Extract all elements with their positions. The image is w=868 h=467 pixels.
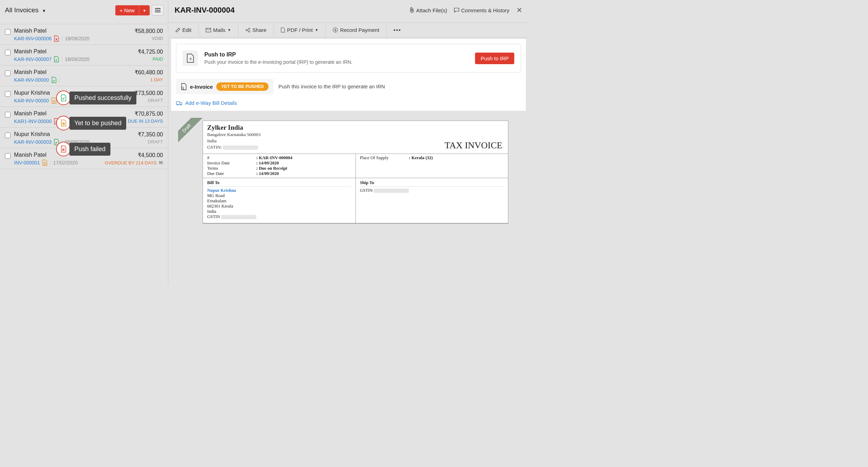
attach-files-button[interactable]: Attach File(s) <box>409 7 447 13</box>
svg-rect-10 <box>176 102 180 104</box>
invoice-row[interactable]: Manish Patel KAR-INV-000007 | 18/09/2020… <box>0 45 168 66</box>
mails-button[interactable]: Mails ▼ <box>199 23 238 37</box>
more-actions-button[interactable]: ••• <box>387 23 408 37</box>
separator: | <box>61 36 63 41</box>
company-name: Zylker India <box>207 124 260 131</box>
invoice-amount: ₹4,725.00 <box>138 48 163 55</box>
invoice-detail-pane: KAR-INV-000004 Attach File(s) Comments &… <box>168 0 529 285</box>
invoice-number-link[interactable]: KAR-INV-00000 <box>14 77 49 83</box>
separator: | <box>59 77 60 83</box>
invoice-amount: ₹7,350.00 <box>138 131 163 138</box>
separator: | <box>61 56 63 62</box>
invoice-status: DUE IN 13 DAYS <box>128 119 163 124</box>
mail-icon <box>206 28 211 32</box>
invoice-number-link[interactable]: INV-000001 <box>14 160 40 165</box>
billto-line: Ernakulam <box>207 198 351 204</box>
pdf-label: PDF / Print <box>287 27 313 33</box>
billto-line: 682301 Kerala <box>207 204 351 209</box>
comments-history-button[interactable]: Comments & History <box>454 7 509 13</box>
legend-success-icon-circle <box>56 90 71 105</box>
invoice-checkbox[interactable] <box>5 91 11 97</box>
billto-gstin-redacted <box>221 215 256 219</box>
shipto-gstin-lbl: GSTIN <box>360 188 373 193</box>
invoice-document: Draft Zylker India Bangalore Karnataka 5… <box>171 121 526 224</box>
invoice-checkbox[interactable] <box>5 153 11 159</box>
invoice-number-link[interactable]: KAR-INV-000003 <box>14 139 52 145</box>
invoice-checkbox[interactable] <box>5 133 11 138</box>
invoice-customer: Manish Patel <box>14 69 131 75</box>
company-addr-2: India <box>207 138 260 144</box>
caret-down-icon: ▼ <box>42 8 46 13</box>
hamburger-menu-button[interactable] <box>152 5 164 15</box>
new-button[interactable]: + New <box>115 5 139 15</box>
share-button[interactable]: Share <box>238 23 274 37</box>
detail-toolbar: Edit Mails ▼ Share PDF / Print <box>168 22 529 38</box>
record-label: Record Payment <box>340 27 379 33</box>
invoice-number-link[interactable]: KAR-INV-000006 <box>14 36 52 41</box>
record-payment-button[interactable]: $ Record Payment <box>326 23 387 37</box>
invoice-filter-dropdown[interactable]: All Invoices ▼ <box>5 6 46 14</box>
invoice-status: DRAFT <box>135 98 163 103</box>
separator: | <box>50 160 51 165</box>
invoice-number-link[interactable]: KAR-INV-00000 <box>14 98 49 103</box>
irp-desc: Push your invoice to the e-Invoicing por… <box>204 59 469 65</box>
caret-down-icon: ▼ <box>315 28 318 32</box>
caret-down-icon: ▼ <box>228 28 231 32</box>
invoice-row[interactable]: Manish Patel KAR-INV-000006 | 18/09/2020… <box>0 24 168 45</box>
meta-hash-val: : KAR-INV-000004 <box>256 155 292 161</box>
invoice-status: PAID <box>138 56 163 62</box>
invoice-number-link[interactable]: KAR1-INV-00000 <box>14 119 52 124</box>
billto-line: MG Road <box>207 193 351 198</box>
meta-pos-val: : Kerala (32) <box>409 155 433 161</box>
invoice-checkbox[interactable] <box>5 29 11 35</box>
share-label: Share <box>252 27 266 33</box>
eway-link-label: Add e-Way Bill Details <box>185 100 237 106</box>
close-button[interactable]: ✕ <box>516 6 522 14</box>
new-button-group: + New ▼ <box>115 5 150 15</box>
company-gstin-label: GSTIN: <box>207 144 222 150</box>
invoice-status: 1 DAY <box>135 77 163 82</box>
legend-success-label: Pushed successfully <box>69 92 136 104</box>
billto-name[interactable]: Nupur Krishna <box>207 188 351 193</box>
invoice-customer: Manish Patel <box>14 28 131 34</box>
shipto-head: Ship To <box>360 180 504 187</box>
edit-button[interactable]: Edit <box>168 23 199 37</box>
invoice-date: 18/09/2020 <box>65 36 89 41</box>
share-icon <box>245 28 250 33</box>
invoice-customer: Nupur Krishna <box>14 131 134 137</box>
invoice-push-status-icon <box>54 35 59 42</box>
new-button-label: New <box>124 7 135 13</box>
legend-yet-to-push: Yet to be pushed <box>56 116 126 130</box>
invoice-customer: Manish Patel <box>14 48 134 55</box>
billto-head: Bill To <box>207 180 351 187</box>
svg-point-5 <box>249 31 250 32</box>
invoice-checkbox[interactable] <box>5 112 11 117</box>
invoice-row[interactable]: Manish Patel KAR-INV-00000 | ₹60,480.00 … <box>0 66 168 86</box>
mail-icon: ✉ <box>159 160 163 165</box>
caret-down-icon: ▼ <box>143 9 146 13</box>
paperclip-icon <box>409 7 414 13</box>
meta-pos-lbl: Place Of Supply <box>360 155 409 161</box>
add-eway-bill-link[interactable]: Add e-Way Bill Details <box>176 100 521 106</box>
meta-duedate-val: : 14/09/2020 <box>256 171 279 176</box>
pdf-print-button[interactable]: PDF / Print ▼ <box>274 23 326 37</box>
invoice-status: OVERDUE BY 214 DAYS✉ <box>105 160 163 165</box>
new-button-dropdown[interactable]: ▼ <box>139 5 150 15</box>
legend-pending-icon-circle <box>56 116 71 130</box>
comments-label: Comments & History <box>461 7 509 13</box>
invoice-checkbox[interactable] <box>5 50 11 55</box>
invoice-number-link[interactable]: KAR-INV-000007 <box>14 56 52 62</box>
tax-invoice-heading: TAX INVOICE <box>445 140 504 151</box>
push-to-irp-button[interactable]: Push to IRP <box>475 53 514 64</box>
plus-icon: + <box>120 7 123 13</box>
more-icon: ••• <box>394 27 401 33</box>
eway-icon <box>176 100 182 106</box>
einvoice-label: e-Invoice <box>190 84 213 90</box>
billto-gstin-lbl: GSTIN <box>207 214 220 219</box>
invoice-checkbox[interactable] <box>5 70 11 76</box>
meta-invdate-val: : 14/09/2020 <box>256 161 279 166</box>
svg-text:$: $ <box>334 28 336 32</box>
draft-ribbon-label: Draft <box>178 118 206 146</box>
billto-line: India <box>207 209 351 214</box>
edit-label: Edit <box>182 27 191 33</box>
